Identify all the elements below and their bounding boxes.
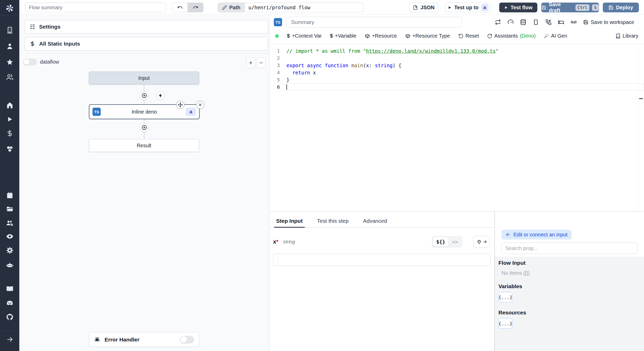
bot-icon[interactable] bbox=[6, 261, 14, 269]
code-line[interactable]: 1// import * as wmill from "https://deno… bbox=[269, 47, 644, 55]
code-editor[interactable]: 1// import * as wmill from "https://deno… bbox=[269, 44, 644, 212]
mock-voicemail-icon[interactable] bbox=[571, 19, 577, 25]
path-label[interactable]: Path bbox=[218, 3, 244, 12]
home-icon[interactable] bbox=[6, 102, 13, 109]
package-icon bbox=[365, 33, 370, 39]
sliders-icon bbox=[29, 24, 36, 30]
undo-redo-group bbox=[172, 3, 204, 12]
redo-button[interactable] bbox=[188, 3, 203, 12]
field-type: string bbox=[283, 239, 295, 245]
code-line[interactable]: 5} bbox=[269, 76, 644, 83]
error-handler-toggle[interactable] bbox=[180, 336, 194, 344]
assistants-button[interactable]: Assistants (Deno) bbox=[487, 33, 536, 39]
delete-step-button[interactable] bbox=[196, 101, 204, 109]
ai-gen-button[interactable]: AI Gen bbox=[544, 33, 567, 39]
github-icon[interactable] bbox=[6, 313, 14, 321]
building-icon[interactable] bbox=[6, 27, 13, 34]
user-icon[interactable] bbox=[6, 43, 13, 50]
undo-icon bbox=[177, 5, 183, 10]
early-stop-gauge-icon[interactable] bbox=[507, 19, 514, 25]
bug-icon bbox=[94, 336, 100, 343]
step-summary-input[interactable] bbox=[287, 17, 462, 28]
undo-button[interactable] bbox=[172, 3, 188, 12]
rotate-ccw-icon bbox=[458, 33, 463, 39]
boxes-icon[interactable] bbox=[6, 145, 13, 152]
concurrency-icon[interactable] bbox=[533, 19, 539, 25]
library-button[interactable]: Library bbox=[615, 33, 638, 39]
variables-title: Variables bbox=[498, 283, 644, 289]
settings-button[interactable]: Settings bbox=[24, 20, 268, 33]
search-prop-input[interactable] bbox=[502, 243, 638, 254]
zoom-in-button[interactable]: + bbox=[246, 58, 255, 68]
play-icon bbox=[504, 6, 508, 10]
template-mode-button[interactable]: ${} bbox=[433, 237, 449, 247]
save-draft-button[interactable]: Save draft Ctrl S bbox=[541, 3, 599, 12]
add-variable-button[interactable]: $+Variable bbox=[330, 33, 357, 39]
star-icon[interactable] bbox=[6, 58, 13, 66]
tab-test-this-step[interactable]: Test this step bbox=[317, 214, 349, 227]
field-value-input[interactable] bbox=[273, 254, 490, 266]
connect-input-button[interactable] bbox=[473, 236, 490, 248]
arrow-left-icon bbox=[506, 232, 511, 237]
edit-or-connect-button[interactable]: Edit or connect an input bbox=[502, 230, 572, 239]
eye-icon[interactable] bbox=[6, 233, 14, 240]
book-icon[interactable] bbox=[6, 285, 14, 293]
resources-chip[interactable]: {...} bbox=[498, 318, 512, 329]
test-up-to-button[interactable]: Test up to a bbox=[445, 3, 491, 12]
path-group: Path bbox=[218, 3, 363, 12]
code-mode-button[interactable]: <> bbox=[449, 237, 461, 246]
deploy-button[interactable]: Deploy bbox=[603, 3, 639, 12]
all-static-inputs-button[interactable]: All Static Inputs bbox=[24, 37, 268, 50]
required-mark: * bbox=[276, 238, 278, 245]
add-step-button[interactable] bbox=[140, 123, 149, 132]
suspend-phone-icon[interactable] bbox=[545, 19, 552, 25]
dollar-icon bbox=[29, 41, 36, 47]
cache-database-icon[interactable] bbox=[520, 19, 526, 25]
flow-node-result[interactable]: Result bbox=[89, 139, 199, 152]
overview-ruler bbox=[638, 44, 638, 211]
move-step-button[interactable] bbox=[176, 101, 184, 109]
add-trigger-button[interactable] bbox=[156, 91, 165, 100]
error-handler-row[interactable]: Error Handler bbox=[89, 332, 199, 347]
play-icon[interactable] bbox=[6, 116, 13, 123]
tab-advanced[interactable]: Advanced bbox=[363, 214, 387, 227]
calendar-icon[interactable] bbox=[6, 192, 13, 199]
variables-chip[interactable]: {...} bbox=[498, 292, 512, 302]
flow-node-input[interactable]: Input bbox=[89, 72, 199, 84]
path-input[interactable] bbox=[244, 3, 363, 12]
add-step-button[interactable] bbox=[140, 91, 149, 100]
json-button[interactable]: JSON bbox=[409, 3, 438, 12]
test-flow-button[interactable]: Test flow bbox=[499, 3, 537, 12]
windmill-logo-icon[interactable] bbox=[5, 3, 15, 13]
tab-step-input[interactable]: Step Input bbox=[276, 214, 303, 227]
add-resource-type-button[interactable]: +Resource Type bbox=[405, 33, 450, 39]
zoom-out-button[interactable]: − bbox=[257, 58, 266, 68]
step-header: TS Save to workspace bbox=[269, 15, 644, 28]
dataflow-toggle[interactable] bbox=[23, 58, 37, 65]
redo-icon bbox=[193, 5, 198, 10]
code-line[interactable]: 3export async function main(x: string) { bbox=[269, 62, 644, 69]
sleep-bed-icon[interactable] bbox=[558, 19, 564, 25]
users-icon[interactable] bbox=[6, 74, 13, 81]
add-context-var-button[interactable]: $+Context Var bbox=[287, 33, 322, 39]
package-icon bbox=[405, 33, 410, 39]
save-to-workspace-button[interactable]: Save to workspace bbox=[583, 19, 634, 25]
gear-icon[interactable] bbox=[6, 246, 14, 254]
flow-summary-input[interactable] bbox=[25, 3, 166, 12]
kbd-s: S bbox=[592, 4, 599, 11]
retries-icon[interactable] bbox=[495, 19, 501, 25]
code-line[interactable]: 2 bbox=[269, 55, 644, 62]
code-line[interactable]: 4 return x bbox=[269, 69, 644, 76]
users-cog-icon[interactable] bbox=[6, 219, 14, 227]
reset-button[interactable]: Reset bbox=[458, 33, 479, 39]
discord-icon[interactable] bbox=[6, 299, 14, 307]
field-row: x * string ${} <> bbox=[273, 235, 490, 249]
code-line[interactable]: 6 bbox=[269, 83, 644, 91]
move-icon bbox=[178, 102, 183, 107]
folder-icon[interactable] bbox=[6, 206, 13, 213]
lang-status-dot bbox=[275, 34, 279, 38]
close-icon bbox=[198, 102, 202, 107]
expand-arrow-icon[interactable] bbox=[6, 336, 13, 343]
dollar-icon[interactable] bbox=[6, 130, 13, 137]
add-resource-button[interactable]: +Resource bbox=[365, 33, 397, 39]
